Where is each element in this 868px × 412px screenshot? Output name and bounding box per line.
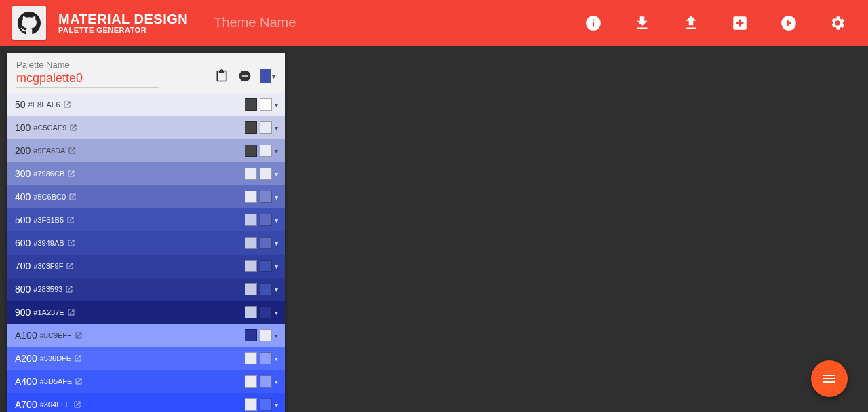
- palette-header: Palette Name ▾: [7, 53, 285, 93]
- download-icon: [633, 14, 651, 32]
- shade-row-100[interactable]: 100#C5CAE9▾: [7, 116, 285, 139]
- shade-list: 50#E8EAF6▾100#C5CAE9▾200#9FA8DA▾300#7986…: [7, 93, 285, 412]
- github-link[interactable]: [12, 6, 46, 40]
- palette-name-input[interactable]: [16, 70, 159, 88]
- shade-key: A100: [15, 330, 37, 341]
- menu-icon: [821, 371, 837, 387]
- chevron-down-icon[interactable]: ▾: [275, 193, 278, 201]
- shade-row-600[interactable]: 600#3949AB▾: [7, 231, 285, 255]
- shade-row-300[interactable]: 300#7986CB▾: [7, 162, 285, 185]
- chevron-down-icon[interactable]: ▾: [275, 263, 278, 270]
- shade-light-swatch[interactable]: [260, 375, 272, 388]
- open-external-icon: [66, 216, 75, 224]
- shade-dark-swatch[interactable]: [245, 306, 257, 318]
- open-external-icon: [63, 100, 71, 109]
- shade-row-50[interactable]: 50#E8EAF6▾: [7, 93, 285, 116]
- chevron-down-icon[interactable]: ▾: [275, 309, 278, 316]
- shade-light-swatch[interactable]: [260, 237, 272, 249]
- settings-button[interactable]: [819, 5, 856, 41]
- open-external-icon: [75, 377, 83, 386]
- shade-hex: #7986CB: [33, 170, 64, 178]
- shade-dark-swatch[interactable]: [245, 283, 257, 295]
- theme-name-input[interactable]: [212, 11, 334, 35]
- shade-dark-swatch[interactable]: [245, 237, 257, 249]
- chevron-down-icon[interactable]: ▾: [275, 332, 278, 339]
- chevron-down-icon[interactable]: ▾: [275, 101, 278, 109]
- shade-hex: #8C9EFF: [40, 331, 72, 339]
- shade-dark-swatch[interactable]: [245, 260, 257, 272]
- shade-row-200[interactable]: 200#9FA8DA▾: [7, 139, 285, 162]
- shade-key: 200: [15, 145, 31, 156]
- shade-hex: #9FA8DA: [33, 147, 65, 155]
- shade-dark-swatch[interactable]: [245, 398, 257, 411]
- shade-dark-swatch[interactable]: [245, 98, 257, 111]
- shade-light-swatch[interactable]: [260, 191, 272, 203]
- shade-row-A200[interactable]: A200#536DFE▾: [7, 347, 285, 370]
- shade-dark-swatch[interactable]: [245, 191, 257, 203]
- menu-fab[interactable]: [811, 360, 848, 397]
- shade-key: 600: [15, 238, 31, 248]
- shade-row-900[interactable]: 900#1A237E▾: [7, 301, 285, 324]
- shade-light-swatch[interactable]: [260, 329, 272, 341]
- chevron-down-icon[interactable]: ▾: [275, 240, 278, 247]
- shade-light-swatch[interactable]: [260, 214, 272, 226]
- shade-hex: #303F9F: [33, 262, 63, 270]
- shade-dark-swatch[interactable]: [245, 145, 257, 157]
- shade-row-400[interactable]: 400#5C6BC0▾: [7, 185, 285, 208]
- shade-dark-swatch[interactable]: [245, 352, 257, 364]
- app-title: MATERIAL DESIGN: [58, 12, 188, 26]
- shade-light-swatch[interactable]: [260, 98, 272, 111]
- add-button[interactable]: [722, 5, 758, 41]
- download-button[interactable]: [624, 5, 660, 41]
- shade-row-A700[interactable]: A700#304FFE▾: [7, 393, 285, 412]
- shade-hex: #304FFE: [40, 400, 71, 409]
- base-color-picker[interactable]: ▾: [260, 69, 275, 83]
- open-external-icon: [66, 262, 74, 270]
- open-external-icon: [68, 147, 76, 155]
- copy-palette-button[interactable]: [214, 69, 229, 83]
- remove-palette-button[interactable]: [237, 69, 252, 83]
- shade-light-swatch[interactable]: [260, 398, 272, 411]
- app-subtitle: PALETTE GENERATOR: [58, 26, 188, 35]
- shade-hex: #283593: [33, 285, 62, 293]
- shade-row-A100[interactable]: A100#8C9EFF▾: [7, 324, 285, 347]
- shade-dark-swatch[interactable]: [245, 329, 257, 341]
- chevron-down-icon[interactable]: ▾: [275, 401, 278, 409]
- upload-button[interactable]: [673, 5, 709, 41]
- shade-key: 900: [15, 307, 31, 318]
- chevron-down-icon[interactable]: ▾: [275, 124, 278, 132]
- chevron-down-icon[interactable]: ▾: [275, 217, 278, 224]
- shade-dark-swatch[interactable]: [245, 375, 257, 388]
- shade-key: 400: [15, 191, 31, 202]
- shade-row-A400[interactable]: A400#3D5AFE▾: [7, 370, 285, 393]
- shade-row-500[interactable]: 500#3F51B5▾: [7, 208, 285, 231]
- upload-icon: [682, 14, 700, 32]
- shade-light-swatch[interactable]: [260, 260, 272, 272]
- shade-key: A400: [15, 376, 37, 387]
- shade-dark-swatch[interactable]: [245, 121, 257, 134]
- open-external-icon: [65, 285, 73, 293]
- chevron-down-icon[interactable]: ▾: [275, 286, 278, 293]
- chevron-down-icon[interactable]: ▾: [275, 355, 278, 362]
- chevron-down-icon[interactable]: ▾: [275, 170, 278, 178]
- shade-hex: #3D5AFE: [40, 377, 73, 386]
- shade-light-swatch[interactable]: [260, 145, 272, 157]
- shade-key: 50: [15, 99, 26, 110]
- shade-key: A700: [15, 399, 37, 410]
- shade-dark-swatch[interactable]: [245, 168, 257, 180]
- shade-light-swatch[interactable]: [260, 352, 272, 364]
- shade-row-700[interactable]: 700#303F9F▾: [7, 255, 285, 278]
- shade-key: A200: [15, 353, 37, 364]
- shade-row-800[interactable]: 800#283593▾: [7, 278, 285, 301]
- info-button[interactable]: [575, 5, 612, 41]
- shade-dark-swatch[interactable]: [245, 214, 257, 226]
- demo-button[interactable]: [770, 5, 807, 41]
- shade-light-swatch[interactable]: [260, 283, 272, 295]
- play-circle-icon: [780, 14, 797, 32]
- chevron-down-icon[interactable]: ▾: [275, 147, 278, 155]
- shade-light-swatch[interactable]: [260, 168, 272, 180]
- open-external-icon: [68, 193, 77, 201]
- shade-light-swatch[interactable]: [260, 306, 272, 318]
- chevron-down-icon[interactable]: ▾: [275, 378, 278, 386]
- shade-light-swatch[interactable]: [260, 121, 272, 134]
